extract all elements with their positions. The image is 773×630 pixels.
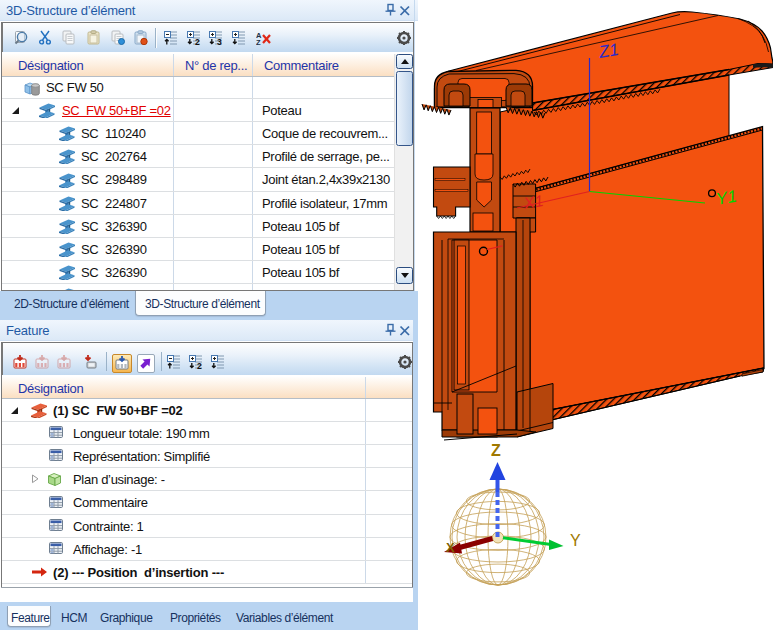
svg-text:Y: Y xyxy=(570,532,581,549)
svg-text:Z1: Z1 xyxy=(596,40,620,62)
svg-text:X: X xyxy=(446,540,455,555)
svg-text:Y1: Y1 xyxy=(714,187,738,209)
svg-text:Z: Z xyxy=(491,442,501,459)
svg-text:X1: X1 xyxy=(522,192,545,212)
